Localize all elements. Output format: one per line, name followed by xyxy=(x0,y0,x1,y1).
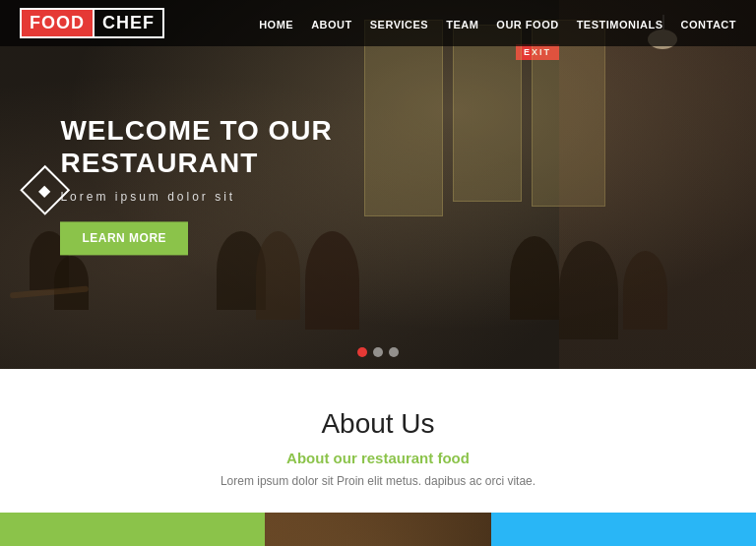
navbar: FOOD CHEF HOME ABOUT SERVICES TEAM OUR F… xyxy=(0,0,756,46)
about-section: About Us About our restaurant food Lorem… xyxy=(0,369,756,488)
hero-section: EXIT FOOD CHEF HOME ABOUT SERVICES TEAM … xyxy=(0,0,756,369)
hero-dot-2[interactable] xyxy=(373,347,383,357)
learn-more-button[interactable]: LEARN MORE xyxy=(60,221,188,255)
about-heading: About Us xyxy=(20,408,736,440)
nav-about[interactable]: ABOUT xyxy=(311,15,352,32)
nav-links: HOME ABOUT SERVICES TEAM OUR FOOD TESTIM… xyxy=(259,15,736,32)
about-description: Lorem ipsum dolor sit Proin elit metus. … xyxy=(20,474,736,488)
cards-row: LOREM IPSUM DOLORSITAMET LOREM IPSUM DOL… xyxy=(0,513,756,546)
logo[interactable]: FOOD CHEF xyxy=(20,8,164,38)
card-blue: LOREM IPSUM DOLORSITAMET xyxy=(491,513,756,546)
card-green: LOREM IPSUM DOLORSITAMET xyxy=(0,513,265,546)
about-subtitle: About our restaurant food xyxy=(20,450,736,466)
nav-home[interactable]: HOME xyxy=(259,15,293,32)
hero-dot-3[interactable] xyxy=(389,347,399,357)
nav-testimonials[interactable]: TESTIMONIALS xyxy=(577,15,663,32)
hero-dot-1[interactable] xyxy=(357,347,367,357)
nav-contact[interactable]: CONTACT xyxy=(681,15,736,32)
hero-heading: WELCOME TO OUR RESTAURANT xyxy=(60,114,332,180)
nav-services[interactable]: SERVICES xyxy=(370,15,428,32)
chevron-left-icon: ◆ xyxy=(39,180,51,199)
hero-dots xyxy=(357,347,399,357)
logo-chef: CHEF xyxy=(94,8,164,38)
hero-subtext: Lorem ipsum dolor sit xyxy=(60,190,332,204)
hero-content: WELCOME TO OUR RESTAURANT Lorem ipsum do… xyxy=(60,114,332,255)
nav-team[interactable]: TEAM xyxy=(446,15,478,32)
logo-food: FOOD xyxy=(20,8,94,38)
card-image xyxy=(265,513,490,546)
nav-our-food[interactable]: OUR FOOD xyxy=(496,15,558,32)
